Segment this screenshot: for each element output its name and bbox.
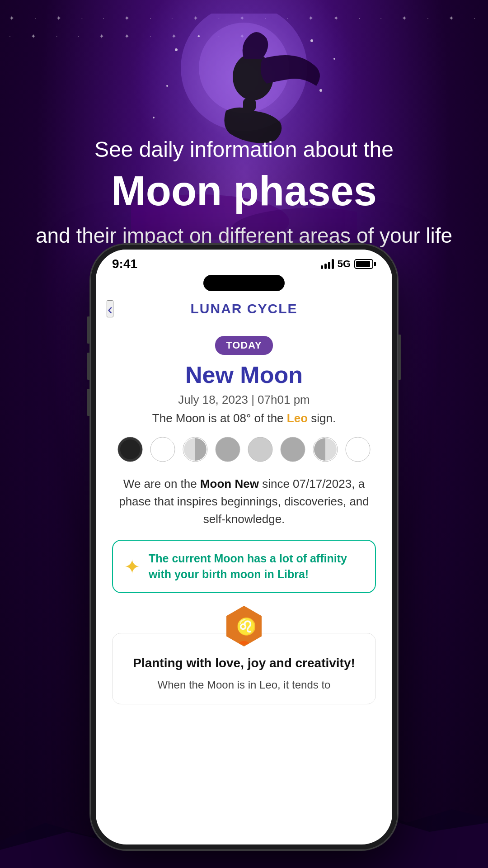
signal-bar-3: [328, 262, 330, 269]
moon-phase-name: New Moon: [112, 361, 376, 388]
phase-description: We are on the Moon New since 07/17/2023,…: [112, 475, 376, 528]
network-type: 5G: [338, 258, 351, 270]
moon-sign-highlight: Leo: [287, 411, 308, 425]
affinity-box: ✦ The current Moon has a lot of affinity…: [112, 540, 376, 593]
svg-point-7: [198, 35, 200, 37]
moon-icon-last-quarter: [312, 436, 338, 462]
signal-bar-2: [324, 264, 327, 269]
app-header: ‹ LUNAR CYCLE: [96, 295, 392, 323]
svg-point-21: [346, 437, 370, 462]
battery-indicator: [354, 259, 376, 269]
svg-point-6: [175, 48, 178, 51]
svg-point-14: [120, 439, 140, 459]
phase-desc-bold: Moon New: [200, 477, 259, 491]
moon-phases-row: [112, 436, 376, 462]
phone-mockup: 9:41 5G: [90, 244, 398, 850]
signal-bar-1: [321, 265, 323, 269]
signal-bars: [321, 259, 334, 269]
moon-date: July 18, 2023 | 07h01 pm: [112, 393, 376, 407]
hero-section: See daily information about the Moon pha…: [0, 136, 488, 250]
back-button[interactable]: ‹: [107, 300, 113, 317]
svg-text:♌: ♌: [236, 617, 255, 636]
svg-point-9: [333, 58, 335, 60]
status-time: 9:41: [112, 257, 137, 271]
moon-icon-full: [247, 436, 273, 462]
battery-fill: [356, 261, 370, 267]
status-icons: 5G: [321, 258, 376, 270]
svg-point-11: [319, 89, 322, 92]
battery-body: [354, 259, 373, 269]
phone-screen: 9:41 5G: [96, 250, 392, 844]
affinity-text: The current Moon has a lot of affinity w…: [149, 551, 364, 582]
battery-tip: [374, 262, 376, 266]
signal-bar-4: [332, 259, 334, 269]
svg-point-10: [166, 85, 168, 87]
leo-symbol-svg: ♌: [233, 615, 255, 637]
app-content: TODAY New Moon July 18, 2023 | 07h01 pm …: [96, 323, 392, 717]
moon-sign-after: sign.: [308, 411, 336, 425]
phase-desc-before: We are on the: [123, 477, 200, 491]
moon-icon-first-quarter: [182, 436, 208, 462]
moon-icon-waxing-gibbous: [215, 436, 241, 462]
page-title: LUNAR CYCLE: [191, 301, 298, 316]
sparkle-icon: ✦: [124, 555, 141, 578]
moon-icon-waning-crescent: [345, 436, 371, 462]
svg-point-19: [281, 437, 305, 462]
today-badge: TODAY: [215, 336, 273, 355]
moon-icon-waning-gibbous: [280, 436, 306, 462]
hero-subtitle: See daily information about the: [27, 136, 461, 164]
moon-icon-waxing-crescent: [150, 436, 176, 462]
svg-point-15: [150, 437, 175, 462]
moon-sign-text: The Moon is at 08° of the Leo sign.: [112, 411, 376, 425]
phone-outer-frame: 9:41 5G: [90, 244, 398, 850]
bottom-card-title: Planting with love, joy and creativity!: [125, 656, 363, 670]
dynamic-island: [203, 275, 285, 291]
hero-title: Moon phases: [27, 168, 461, 214]
status-bar: 9:41 5G: [96, 250, 392, 275]
moon-icon-new: [117, 436, 143, 462]
svg-point-18: [248, 437, 272, 462]
moon-sign-before: The Moon is at 08° of the: [152, 411, 287, 425]
svg-point-17: [216, 437, 240, 462]
leo-hexagon: ♌: [224, 606, 264, 646]
bottom-card-text: When the Moon is in Leo, it tends to: [125, 677, 363, 693]
svg-point-8: [310, 39, 313, 42]
leo-badge-container: ♌: [112, 606, 376, 646]
svg-point-12: [153, 117, 155, 118]
